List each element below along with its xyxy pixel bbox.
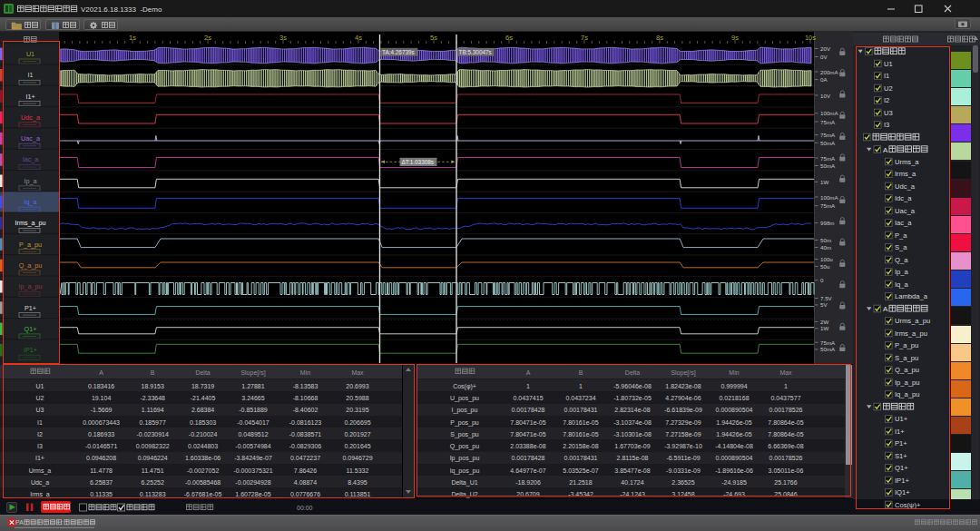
- svg-text:PA: PA: [15, 519, 24, 526]
- svg-text:20V: 20V: [820, 45, 831, 52]
- svg-text:75mA: 75mA: [820, 155, 836, 162]
- svg-text:0V: 0V: [820, 54, 828, 60]
- svg-text:50mA: 50mA: [820, 140, 836, 146]
- svg-text:200mA: 200mA: [820, 69, 838, 75]
- svg-text:40m: 40m: [820, 244, 831, 251]
- svg-text:1W: 1W: [820, 179, 828, 185]
- svg-text:75mA: 75mA: [820, 339, 836, 346]
- svg-text:50mA: 50mA: [820, 162, 836, 169]
- svg-text:10V: 10V: [820, 93, 831, 99]
- svg-text:100u: 100u: [820, 256, 833, 262]
- svg-text:2W: 2W: [820, 319, 828, 325]
- svg-text:0: 0: [820, 277, 824, 283]
- svg-text:00:00: 00:00: [297, 505, 313, 511]
- svg-text:5V: 5V: [820, 301, 828, 308]
- svg-text:998m: 998m: [820, 220, 834, 226]
- svg-text:50m: 50m: [820, 237, 831, 243]
- svg-text:75mA: 75mA: [820, 119, 836, 125]
- svg-text::: :: [62, 519, 64, 526]
- svg-text:100mA: 100mA: [820, 194, 838, 201]
- svg-text:75mA: 75mA: [820, 202, 836, 209]
- svg-text:1W: 1W: [820, 325, 828, 331]
- svg-text:50u: 50u: [820, 263, 830, 270]
- svg-text:0A: 0A: [820, 76, 828, 83]
- svg-text:100mA: 100mA: [820, 110, 838, 116]
- svg-text:V2021.6.18.1333 -Demo: V2021.6.18.1333 -Demo: [81, 5, 162, 14]
- svg-text:50mA: 50mA: [820, 346, 836, 352]
- svg-text:75mA: 75mA: [820, 132, 836, 138]
- svg-text:7.5V: 7.5V: [820, 295, 833, 301]
